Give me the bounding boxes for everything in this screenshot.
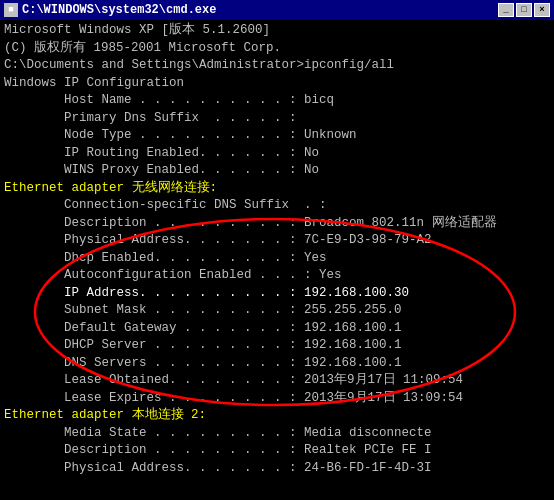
cmd-window: ■ C:\WINDOWS\system32\cmd.exe _ □ × Micr… bbox=[0, 0, 554, 500]
terminal-lines: Microsoft Windows XP [版本 5.1.2600](C) 版权… bbox=[4, 22, 550, 477]
terminal-line: DHCP Server . . . . . . . . . : 192.168.… bbox=[4, 337, 550, 355]
terminal-line: Subnet Mask . . . . . . . . . : 255.255.… bbox=[4, 302, 550, 320]
terminal-line: Node Type . . . . . . . . . . : Unknown bbox=[4, 127, 550, 145]
terminal-line: WINS Proxy Enabled. . . . . . : No bbox=[4, 162, 550, 180]
terminal-line: Ethernet adapter 本地连接 2: bbox=[4, 407, 550, 425]
terminal-line: Ethernet adapter 无线网络连接: bbox=[4, 180, 550, 198]
terminal-line: IP Address. . . . . . . . . . : 192.168.… bbox=[4, 285, 550, 303]
terminal-line: Dhcp Enabled. . . . . . . . . : Yes bbox=[4, 250, 550, 268]
terminal-line: Autoconfiguration Enabled . . . : Yes bbox=[4, 267, 550, 285]
terminal-line: Windows IP Configuration bbox=[4, 75, 550, 93]
terminal-line: Default Gateway . . . . . . . : 192.168.… bbox=[4, 320, 550, 338]
terminal-line: Description . . . . . . . . . : Realtek … bbox=[4, 442, 550, 460]
terminal-line: Lease Expires . . . . . . . . : 2013年9月1… bbox=[4, 390, 550, 408]
window-title: C:\WINDOWS\system32\cmd.exe bbox=[22, 3, 216, 17]
terminal-line: Connection-specific DNS Suffix . : bbox=[4, 197, 550, 215]
terminal-content: Microsoft Windows XP [版本 5.1.2600](C) 版权… bbox=[0, 20, 554, 500]
terminal-line: C:\Documents and Settings\Administrator>… bbox=[4, 57, 550, 75]
cmd-icon: ■ bbox=[4, 3, 18, 17]
terminal-line: (C) 版权所有 1985-2001 Microsoft Corp. bbox=[4, 40, 550, 58]
terminal-line: Description . . . . . . . . . : Broadcom… bbox=[4, 215, 550, 233]
terminal-line: Physical Address. . . . . . . : 24-B6-FD… bbox=[4, 460, 550, 478]
maximize-button[interactable]: □ bbox=[516, 3, 532, 17]
title-bar-left: ■ C:\WINDOWS\system32\cmd.exe bbox=[4, 3, 216, 17]
title-bar: ■ C:\WINDOWS\system32\cmd.exe _ □ × bbox=[0, 0, 554, 20]
terminal-line: Media State . . . . . . . . . : Media di… bbox=[4, 425, 550, 443]
terminal-line: IP Routing Enabled. . . . . . : No bbox=[4, 145, 550, 163]
terminal-line: Microsoft Windows XP [版本 5.1.2600] bbox=[4, 22, 550, 40]
minimize-button[interactable]: _ bbox=[498, 3, 514, 17]
terminal-line: DNS Servers . . . . . . . . . : 192.168.… bbox=[4, 355, 550, 373]
terminal-line: Host Name . . . . . . . . . . : bicq bbox=[4, 92, 550, 110]
title-controls: _ □ × bbox=[498, 3, 550, 17]
terminal-line: Physical Address. . . . . . . : 7C-E9-D3… bbox=[4, 232, 550, 250]
close-button[interactable]: × bbox=[534, 3, 550, 17]
terminal-line: Lease Obtained. . . . . . . . : 2013年9月1… bbox=[4, 372, 550, 390]
terminal-line: Primary Dns Suffix . . . . . : bbox=[4, 110, 550, 128]
